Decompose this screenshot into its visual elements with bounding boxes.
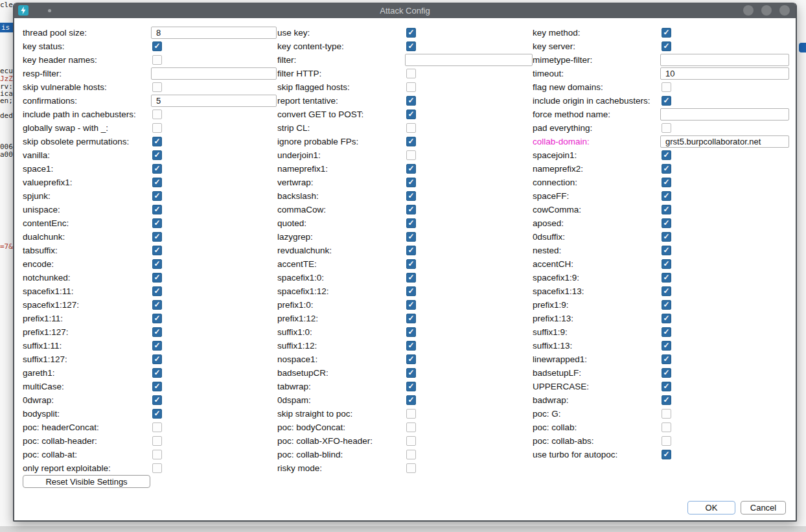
window-control-button[interactable] <box>743 5 754 16</box>
checkbox-0dspam[interactable]: ✓ <box>406 395 416 405</box>
input-force-method-name[interactable] <box>660 108 789 121</box>
checkbox-key-server[interactable]: ✓ <box>662 41 671 51</box>
checkbox-flag-new-domains[interactable] <box>662 82 671 92</box>
checkbox-bodysplit[interactable]: ✓ <box>152 409 162 419</box>
checkbox-key-status[interactable]: ✓ <box>152 41 162 51</box>
checkbox-unispace[interactable]: ✓ <box>152 205 162 214</box>
checkbox-spacefix1-12[interactable]: ✓ <box>406 286 416 296</box>
checkbox-key-header-names[interactable] <box>152 55 162 65</box>
checkbox-cowcomma[interactable]: ✓ <box>662 205 671 214</box>
checkbox-globally-swap-with[interactable] <box>152 123 162 133</box>
checkbox-include-origin-in-cachebusters[interactable]: ✓ <box>662 96 671 106</box>
checkbox-prefix1-13[interactable]: ✓ <box>662 314 671 323</box>
checkbox-poc-collab-blind[interactable] <box>406 450 416 459</box>
checkbox-ignore-probable-fps[interactable]: ✓ <box>406 137 416 146</box>
checkbox-quoted[interactable]: ✓ <box>406 218 416 228</box>
checkbox-tabsuffix[interactable]: ✓ <box>152 246 162 255</box>
checkbox-pad-everything[interactable] <box>662 123 671 133</box>
ok-button[interactable]: OK <box>687 501 735 515</box>
checkbox-uppercase[interactable]: ✓ <box>662 382 671 391</box>
checkbox-prefix1-0[interactable]: ✓ <box>406 300 416 310</box>
input-timeout[interactable] <box>660 67 789 80</box>
checkbox-skip-vulnerable-hosts[interactable] <box>152 82 162 92</box>
checkbox-spacefix1-0[interactable]: ✓ <box>406 273 416 283</box>
checkbox-spjunk[interactable]: ✓ <box>152 191 162 201</box>
checkbox-lazygrep[interactable]: ✓ <box>406 232 416 242</box>
window-control-button[interactable] <box>779 5 790 16</box>
checkbox-valueprefix1[interactable]: ✓ <box>152 178 162 187</box>
checkbox-linewrapped1[interactable]: ✓ <box>662 354 671 364</box>
input-filter[interactable] <box>405 54 533 66</box>
checkbox-nested[interactable]: ✓ <box>662 246 671 255</box>
checkbox-suffix1-127[interactable]: ✓ <box>152 354 162 364</box>
checkbox-tabwrap[interactable]: ✓ <box>406 382 416 391</box>
checkbox-spacefix1-9[interactable]: ✓ <box>662 273 671 283</box>
checkbox-contentenc[interactable]: ✓ <box>152 218 162 228</box>
checkbox-nameprefix1[interactable]: ✓ <box>406 164 416 174</box>
checkbox-spacefix1-11[interactable]: ✓ <box>152 286 162 296</box>
checkbox-suffix1-12[interactable]: ✓ <box>406 341 416 351</box>
checkbox-backslash[interactable]: ✓ <box>406 191 416 201</box>
checkbox-poc-g[interactable] <box>662 409 671 419</box>
input-confirmations[interactable] <box>151 95 277 107</box>
checkbox-risky-mode[interactable] <box>406 463 416 473</box>
checkbox-accentch[interactable]: ✓ <box>662 259 671 269</box>
checkbox-skip-obsolete-permutations[interactable]: ✓ <box>152 137 162 146</box>
checkbox-gareth1[interactable]: ✓ <box>152 368 162 378</box>
checkbox-commacow[interactable]: ✓ <box>406 205 416 214</box>
window-control-button[interactable] <box>761 5 772 16</box>
checkbox-spacejoin1[interactable]: ✓ <box>662 150 671 160</box>
checkbox-space1[interactable]: ✓ <box>152 164 162 174</box>
checkbox-poc-headerconcat[interactable] <box>152 422 162 432</box>
checkbox-vanilla[interactable]: ✓ <box>152 150 162 160</box>
checkbox-strip-cl[interactable] <box>406 123 416 133</box>
checkbox-encode[interactable]: ✓ <box>152 259 162 269</box>
cancel-button[interactable]: Cancel <box>741 501 786 515</box>
checkbox-poc-collab-xfo-header[interactable] <box>406 436 416 446</box>
checkbox-multicase[interactable]: ✓ <box>152 382 162 391</box>
input-collab-domain[interactable] <box>660 135 789 148</box>
dialog-titlebar[interactable]: Attack Config <box>14 3 796 18</box>
checkbox-prefix1-9[interactable]: ✓ <box>662 300 671 310</box>
checkbox-filter-http[interactable] <box>406 69 416 78</box>
checkbox-suffix1-11[interactable]: ✓ <box>152 341 162 351</box>
checkbox-badsetupcr[interactable]: ✓ <box>406 368 416 378</box>
checkbox-poc-collab-abs[interactable] <box>662 436 671 446</box>
checkbox-poc-collab-at[interactable] <box>152 450 162 459</box>
input-thread-pool-size[interactable] <box>151 27 277 39</box>
checkbox-key-method[interactable]: ✓ <box>662 28 671 38</box>
checkbox-include-path-in-cachebusters[interactable] <box>152 110 162 119</box>
checkbox-suffix1-13[interactable]: ✓ <box>662 341 671 351</box>
checkbox-spaceff[interactable]: ✓ <box>662 191 671 201</box>
checkbox-use-turbo-for-autopoc[interactable]: ✓ <box>662 450 671 459</box>
input-resp-filter[interactable] <box>151 67 277 80</box>
reset-visible-settings-button[interactable]: Reset Visible Settings <box>23 475 150 488</box>
checkbox-nameprefix2[interactable]: ✓ <box>662 164 671 174</box>
checkbox-use-key[interactable]: ✓ <box>406 28 416 38</box>
checkbox-prefix1-12[interactable]: ✓ <box>406 314 416 323</box>
checkbox-suffix1-9[interactable]: ✓ <box>662 327 671 337</box>
checkbox-convert-get-to-post[interactable]: ✓ <box>406 110 416 119</box>
checkbox-spacefix1-127[interactable]: ✓ <box>152 300 162 310</box>
checkbox-accentte[interactable]: ✓ <box>406 259 416 269</box>
checkbox-only-report-exploitable[interactable] <box>152 463 162 473</box>
checkbox-underjoin1[interactable] <box>406 150 416 160</box>
checkbox-0dwrap[interactable]: ✓ <box>152 395 162 405</box>
checkbox-skip-straight-to-poc[interactable] <box>406 409 416 419</box>
checkbox-nospace1[interactable]: ✓ <box>406 354 416 364</box>
checkbox-poc-bodyconcat[interactable] <box>406 422 416 432</box>
checkbox-report-tentative[interactable]: ✓ <box>406 96 416 106</box>
checkbox-aposed[interactable]: ✓ <box>662 218 671 228</box>
checkbox-connection[interactable]: ✓ <box>662 178 671 187</box>
checkbox-key-content-type[interactable]: ✓ <box>406 41 416 51</box>
checkbox-vertwrap[interactable]: ✓ <box>406 178 416 187</box>
checkbox-badwrap[interactable]: ✓ <box>662 395 671 405</box>
checkbox-skip-flagged-hosts[interactable] <box>406 82 416 92</box>
checkbox-dualchunk[interactable]: ✓ <box>152 232 162 242</box>
checkbox-suffix1-0[interactable]: ✓ <box>406 327 416 337</box>
checkbox-revdualchunk[interactable]: ✓ <box>406 246 416 255</box>
checkbox-badsetuplf[interactable]: ✓ <box>662 368 671 378</box>
checkbox-poc-collab-header[interactable] <box>152 436 162 446</box>
checkbox-prefix1-127[interactable]: ✓ <box>152 327 162 337</box>
checkbox-notchunked[interactable]: ✓ <box>152 273 162 283</box>
